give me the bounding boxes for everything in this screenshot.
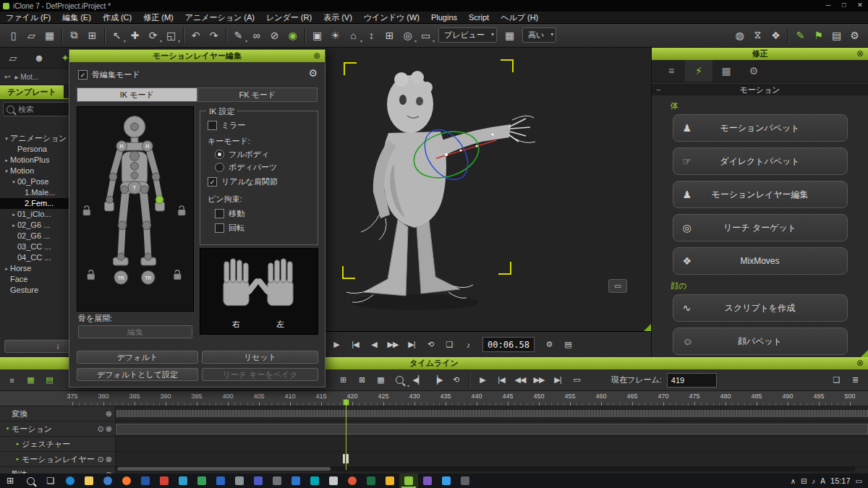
track-expander-icon[interactable]: ▸ <box>14 456 22 462</box>
taskbar-app-15[interactable] <box>324 474 343 488</box>
quality-select[interactable]: 高い <box>522 27 556 43</box>
collect-clip-icon[interactable]: ▤ <box>41 372 58 388</box>
taskbar-iclone[interactable] <box>399 474 418 488</box>
group-cubes-icon[interactable]: ❖ <box>767 27 785 44</box>
camera-add-icon[interactable]: ◎▾ <box>399 27 417 44</box>
track-label[interactable]: 変換⊗ <box>0 406 116 421</box>
play-button[interactable]: ▶ <box>328 337 345 353</box>
face-puppet-button[interactable]: ☺顔パペット <box>673 328 848 355</box>
start-button[interactable]: ⊞ <box>0 474 20 488</box>
track-remove-icon[interactable]: ⊗ <box>106 455 112 464</box>
back-icon[interactable]: ↩ <box>4 73 10 81</box>
taskbar-excel[interactable] <box>362 474 380 488</box>
body-ik-panel[interactable]: RRT TRTR <box>77 106 194 312</box>
body-parts-radio[interactable]: ボディパーツ <box>215 162 277 173</box>
menu-item-10[interactable]: Script <box>463 12 495 23</box>
checkbox-icon[interactable] <box>208 121 217 130</box>
select-tool-icon[interactable]: ↖▾ <box>108 27 126 44</box>
viewport-camera-toggle[interactable]: ▭ <box>608 279 627 293</box>
render-slate-icon[interactable]: ▤ <box>559 337 576 353</box>
taskbar-app-3[interactable] <box>98 474 117 488</box>
menu-item-3[interactable]: 作成 (C) <box>97 12 137 23</box>
tl-go-start-button[interactable]: |◀ <box>493 372 510 388</box>
redo-icon[interactable]: ↷ <box>205 27 223 44</box>
taskbar-app-14[interactable] <box>305 474 324 488</box>
taskbar-edge[interactable] <box>61 474 80 488</box>
motion-puppet-button[interactable]: ♟モーションパペット <box>673 114 848 142</box>
tl-go-end-button[interactable]: ▶| <box>549 372 566 388</box>
undo-icon[interactable]: ↶ <box>187 27 205 44</box>
pan-view-icon[interactable]: ↕ <box>362 27 380 44</box>
timeline-layout-icon[interactable]: ≣ <box>846 372 864 388</box>
dropdown-arrow-icon[interactable]: ▾ <box>178 38 180 43</box>
track-cells[interactable] <box>116 406 868 421</box>
playback-settings-gear-icon[interactable]: ⚙ <box>540 337 558 353</box>
previous-frame-button[interactable]: ◀ <box>365 337 383 353</box>
tray-volume-icon[interactable]: ♪ <box>812 477 815 485</box>
tab-animation[interactable]: ⚡ <box>685 60 712 82</box>
dialog-close-icon[interactable]: ⊗ <box>313 51 320 61</box>
taskbar-clock[interactable]: 15:17 <box>830 476 851 485</box>
show-tracks-icon[interactable]: ▦ <box>22 372 39 388</box>
tab-ik-mode[interactable]: IK モード <box>77 87 197 102</box>
show-hide-icon[interactable]: ◉ <box>284 27 302 44</box>
pin-move-checkbox[interactable]: 移動 <box>215 208 244 219</box>
tl-prev-key-button[interactable]: ◀◀ <box>511 372 529 388</box>
bone-edit-mode-checkbox[interactable]: 骨編集モード <box>78 69 140 80</box>
checkbox-icon[interactable] <box>78 70 88 80</box>
constraint-icon[interactable]: ⧖ <box>749 27 767 44</box>
render-image-icon[interactable]: ⊞ <box>83 27 101 44</box>
motion-section-header[interactable]: − モーション <box>652 84 868 95</box>
scale-tool-icon[interactable]: ◱▾ <box>162 27 180 44</box>
menu-item-2[interactable]: 編集 (E) <box>56 12 97 23</box>
taskbar-search-icon[interactable] <box>20 474 41 488</box>
audio-icon[interactable]: ♪ <box>459 337 477 353</box>
track-expander-icon[interactable]: ▸ <box>14 441 22 447</box>
taskbar-file-explorer[interactable] <box>80 474 98 488</box>
physics-icon[interactable]: ◍ <box>731 27 749 44</box>
go-to-start-button[interactable]: |◀ <box>346 337 364 353</box>
tools-gear-icon[interactable]: ⚙ <box>846 27 864 44</box>
taskbar-app-22[interactable] <box>456 474 475 488</box>
save-project-icon[interactable]: ▦ <box>41 27 59 44</box>
loop-playback-icon[interactable]: ⟲ <box>447 372 464 388</box>
tray-display-icon[interactable]: ⊟ <box>801 477 807 485</box>
timeline-horizontal-scrollbar[interactable] <box>116 466 855 471</box>
realistic-shoulder-checkbox[interactable]: リアルな肩関節 <box>208 176 278 187</box>
reach-target-button[interactable]: ◎リーチ ターゲット <box>673 214 848 241</box>
preview-select[interactable]: プレビュー <box>438 27 497 43</box>
taskbar-app-12[interactable] <box>268 474 286 488</box>
track-cells[interactable] <box>116 437 868 451</box>
new-project-icon[interactable]: ▯ <box>4 27 22 44</box>
menu-item-7[interactable]: 表示 (V) <box>318 12 358 23</box>
home-view-icon[interactable]: ⌂▾ <box>344 27 362 44</box>
taskbar-app-10[interactable] <box>230 474 249 488</box>
taskbar-app-9[interactable] <box>211 474 230 488</box>
link-icon[interactable]: ∞ <box>247 27 265 44</box>
rotate-tool-icon[interactable]: ⟳▾ <box>144 27 162 44</box>
dropdown-arrow-icon[interactable]: ▾ <box>433 38 435 43</box>
playback-range-icon[interactable]: ▭ <box>568 372 585 388</box>
pose-clipboard-icon[interactable]: ▤ <box>827 27 846 44</box>
close-button[interactable]: ✕ <box>852 0 868 12</box>
checkbox-icon[interactable] <box>208 177 217 187</box>
track-cells[interactable] <box>116 421 868 436</box>
viewport-resize-handle[interactable] <box>644 324 651 331</box>
comment-icon[interactable]: ❑ <box>441 337 458 353</box>
tab-settings[interactable]: ⚙ <box>740 60 767 82</box>
track-solo-icon[interactable]: ⊙ <box>98 424 104 434</box>
track-remove-icon[interactable]: ⊗ <box>106 409 112 419</box>
minimize-button[interactable]: ─ <box>820 0 836 12</box>
collapse-icon[interactable]: − <box>656 85 660 94</box>
taskbar-app-7[interactable] <box>174 474 192 488</box>
timeline-close-icon[interactable]: ⊗ <box>856 358 864 368</box>
taskbar-app-6[interactable] <box>155 474 174 488</box>
taskbar-app-11[interactable] <box>249 474 268 488</box>
default-button[interactable]: デフォルト <box>77 351 198 364</box>
screenshot-icon[interactable]: ⧉ <box>65 27 83 44</box>
taskbar-app-13[interactable] <box>286 474 305 488</box>
tree-expander-icon[interactable]: ▸ <box>10 220 17 231</box>
track-remove-icon[interactable]: ⊗ <box>106 424 112 434</box>
dialog-settings-gear-icon[interactable]: ⚙ <box>308 67 318 79</box>
dialog-header[interactable]: モーションレイヤー編集 ⊗ <box>69 50 325 62</box>
